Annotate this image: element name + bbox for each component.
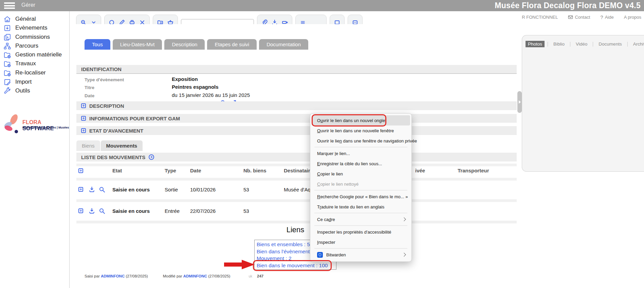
tab-divider [570,42,570,47]
expand-plus-icon[interactable] [81,116,86,121]
menu-item-inspect[interactable]: Inspecter [312,237,410,247]
sidebar: Général Evènements Commissions Parcours … [0,11,70,288]
table-strip [76,199,517,202]
refresh-icon [109,19,115,24]
about-button[interactable]: A propos [624,15,641,20]
folder-link-icon [157,19,163,24]
menu-item-inspect-accessibility[interactable]: Inspecter les propriétés d'accessibilité [312,227,410,237]
folders-icon [3,33,11,41]
tab-lieu-dates-mvt[interactable]: Lieu-Dates-Mvt [113,39,162,50]
record-tab-bar: Tous Lieu-Dates-Mvt Description Etapes d… [85,39,308,50]
add-mouvement-icon[interactable] [149,154,154,160]
tab-archives[interactable]: Archives [631,41,644,47]
row1-date: 10/01/2026 [190,187,216,192]
sidebar-item-relocaliser[interactable]: Re-localiser [3,68,46,77]
sidebar-item-commissions[interactable]: Commissions [3,33,50,41]
row-expand-plus-icon[interactable] [78,208,83,213]
contact-button[interactable]: Contact [568,15,590,20]
identification-header: IDENTIFICATION [76,65,517,74]
menu-item-copy-link[interactable]: Copier le lien [312,169,410,179]
menu-separator [314,225,407,226]
paperclip-icon [261,19,268,24]
menu-item-open-new-window[interactable]: Ouvrir le lien dans une nouvelle fenêtre [312,125,410,136]
sidebar-item-outils[interactable]: Outils [3,86,30,95]
row-download-icon[interactable] [89,208,95,214]
sidebar-item-general[interactable]: Général [3,15,36,23]
table-strip [76,221,517,223]
sidebar-item-parcours[interactable]: Parcours [3,41,38,50]
sidebar-item-import[interactable]: Import [3,78,32,86]
grid-icon [352,19,358,24]
grid-button[interactable] [348,15,363,24]
app-title: Musée Flora Decalog Flora DEMO v4.5 [495,1,641,10]
list-icon [300,19,306,24]
caret-down-icon [91,19,97,24]
link-bien-dans-mouvement[interactable]: Bien dans le mouvement : 100 [257,262,334,269]
menu-item-this-frame[interactable]: Ce cadre [312,214,410,224]
menu-separator [314,248,407,249]
panel-collapse-handle[interactable] [517,91,522,113]
expand-plus-icon[interactable] [81,128,86,133]
board-button[interactable] [330,15,345,24]
row-expand-plus-icon[interactable] [78,187,83,192]
field-label-titre: Titre [85,85,94,90]
row2-etat: Saisie en cours [112,208,150,214]
field-value-titre: Peintres espagnols [172,84,219,90]
menu-item-bookmark-link[interactable]: Marquer le lien... [312,148,410,158]
menu-item-open-new-tab[interactable]: Ouvrir le lien dans un nouvel onglet [312,115,410,125]
menu-item-bitwarden[interactable]: Bitwarden [312,250,410,260]
col-nb-biens: Nb. biens [243,168,266,173]
col-destinataire: Destinataire [284,168,313,173]
bitwarden-icon [317,252,323,258]
menu-item-open-private-window[interactable]: Ouvrir le lien dans une fenêtre de navig… [312,136,410,146]
row-search-icon[interactable] [99,208,105,214]
tab-mouvements[interactable]: Mouvements [101,140,143,151]
menu-item-save-link-as[interactable]: Enregistrer la cible du lien sous... [312,158,410,169]
saisi-user-link[interactable]: ADMINFONC [101,274,125,278]
sidebar-item-gestion-materielle[interactable]: Gestion matérielle [3,50,62,59]
tab-etapes-de-suivi[interactable]: Etapes de suivi [207,39,257,50]
sidebar-item-travaux[interactable]: Travaux [3,59,36,68]
event-box-icon [3,24,11,32]
menu-item-translate-link[interactable]: Traduire le texte du lien en anglais [312,202,410,212]
record-actions-group[interactable] [104,15,150,24]
row2-type: Entrée [165,208,180,214]
col-arrivee-partial: ivée [415,168,425,173]
menu-separator [314,213,407,213]
sidebar-item-evenements[interactable]: Evènements [3,23,48,32]
modifie-user-link[interactable]: ADMINFONC [183,274,207,278]
select-all-plus-icon[interactable] [78,168,83,173]
row2-date: 22/07/2026 [190,208,216,214]
table-strip [76,164,517,166]
tab-divider [593,42,593,47]
expand-plus-icon[interactable] [81,103,86,108]
tab-video[interactable]: Vidéo [573,41,590,47]
extra-tool-button[interactable] [295,15,327,24]
row1-nb: 53 [243,187,249,192]
row1-destinataire: Musée d'Aq [284,187,311,192]
flora-software-logo: FLORA SOFTWARE Bibliothèques | Archives … [3,113,67,136]
tab-biblio[interactable]: Biblio [551,41,567,47]
attach-export-group[interactable] [257,15,292,24]
tab-documents[interactable]: Documents [596,41,624,47]
menu-label[interactable]: Gérer [21,2,35,8]
toolbar-search-input[interactable] [181,19,254,24]
hamburger-menu-icon[interactable] [4,2,15,9]
link-basket-group[interactable] [153,15,178,24]
row-download-icon[interactable] [89,186,95,193]
tab-description[interactable]: Description [164,39,205,50]
row-search-icon[interactable] [99,186,105,193]
flora-logo-mark [3,113,20,134]
tab-photos[interactable]: Photos [526,41,545,47]
tab-biens[interactable]: Biens [76,140,100,151]
search-split-button[interactable] [76,15,101,24]
col-transporteur: Transporteur [458,168,489,173]
main-content: Tous Lieu-Dates-Mvt Description Etapes d… [70,11,522,288]
tab-documentation[interactable]: Documentation [259,39,308,50]
help-button[interactable]: ? Aide [600,14,613,20]
menu-item-google-search[interactable]: Recherche Google pour « Bien dans le mo.… [312,191,410,202]
field-label-type: Type d'évènement [85,77,124,82]
tab-tous[interactable]: Tous [85,39,110,50]
table-strip [76,178,517,181]
field-value-type: Exposition [172,76,198,82]
